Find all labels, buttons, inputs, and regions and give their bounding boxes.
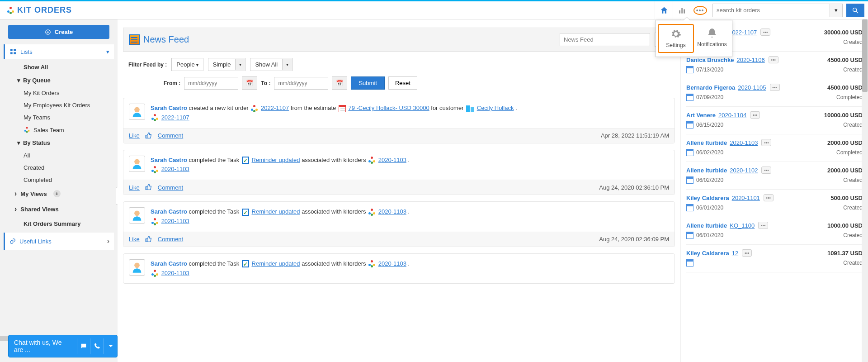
right-panel: Cecily Hollack 2022-1107 ••• 30000.00 US… [680, 19, 868, 362]
order-sub-link[interactable]: 2020-1103 [161, 270, 189, 276]
reset-button[interactable]: Reset [388, 76, 417, 90]
filter-people[interactable]: People [171, 58, 203, 71]
order-link[interactable]: 12 [732, 250, 738, 257]
customer-name[interactable]: Danica Bruschke [686, 57, 734, 63]
date: 06/02/2020 [696, 177, 723, 183]
from-date-input[interactable] [184, 77, 238, 90]
order-sub-link[interactable]: 2020-1103 [161, 166, 189, 172]
nav-sales-team[interactable]: Sales Team [4, 124, 114, 136]
nav-show-all[interactable]: Show All [4, 61, 114, 74]
search-input[interactable] [712, 4, 830, 17]
calendar-icon[interactable]: 📅 [332, 76, 347, 90]
item-menu[interactable]: ••• [761, 167, 771, 174]
like-link[interactable]: Like [129, 132, 140, 139]
nav-my-views[interactable]: My Views + [4, 186, 114, 201]
customer-name[interactable]: Allene Iturbide [686, 167, 727, 174]
order-sub-link[interactable]: 2022-1107 [161, 114, 189, 121]
task-link[interactable]: Reminder updated [252, 157, 300, 163]
customer-name[interactable]: Allene Iturbide [686, 222, 727, 229]
home-icon[interactable] [655, 1, 673, 19]
to-date-input[interactable] [274, 77, 328, 90]
submit-button[interactable]: Submit [351, 76, 384, 90]
order-link[interactable]: 2020-1103 [378, 157, 406, 163]
customer-link[interactable]: Cecily Hollack [477, 105, 514, 111]
user-link[interactable]: Sarah Castro [151, 208, 187, 215]
comment-link[interactable]: Comment [158, 132, 183, 139]
search-dropdown[interactable] [830, 4, 843, 17]
filter-simple[interactable]: Simple▾ [208, 58, 246, 71]
item-menu[interactable]: ••• [758, 222, 768, 229]
nav-all[interactable]: All [4, 149, 114, 162]
nav-by-status[interactable]: By Status [4, 136, 114, 149]
estimate-link[interactable]: 79 -Cecily Hollack- USD 30000 [348, 105, 429, 111]
nav-my-teams[interactable]: My Teams [4, 111, 114, 124]
order-link[interactable]: 2020-1103 [378, 260, 406, 267]
order-link[interactable]: 2022-1107 [729, 29, 757, 36]
order-link[interactable]: 2022-1107 [261, 105, 289, 111]
thumb-icon[interactable] [145, 132, 152, 139]
user-link[interactable]: Sarah Castro [151, 157, 187, 163]
nav-completed[interactable]: Completed [4, 174, 114, 186]
order-link[interactable]: 2020-1104 [718, 112, 746, 119]
item-menu[interactable]: ••• [761, 139, 771, 146]
status: Completed [836, 94, 863, 100]
item-menu[interactable]: ••• [770, 84, 780, 91]
like-link[interactable]: Like [129, 184, 140, 191]
calendar-icon[interactable]: 📅 [242, 76, 257, 90]
user-link[interactable]: Sarah Castro [151, 260, 187, 267]
chat-text[interactable]: Chat with us, We are ... [9, 335, 77, 357]
add-view-icon[interactable]: + [53, 190, 61, 197]
task-icon [242, 260, 249, 267]
order-link[interactable]: 2020-1106 [737, 57, 765, 63]
status: Created [843, 232, 863, 238]
user-link[interactable]: Sarah Castro [151, 105, 187, 111]
chat-phone-icon[interactable] [90, 338, 104, 354]
search-button[interactable] [846, 4, 864, 17]
order-link[interactable]: 2020-1102 [730, 167, 758, 174]
order-link[interactable]: KO_1100 [730, 222, 755, 229]
chat-message-icon[interactable] [77, 338, 90, 354]
item-menu[interactable]: ••• [760, 29, 770, 36]
page-scrollbar[interactable] [862, 19, 868, 362]
thumb-icon[interactable] [145, 236, 152, 243]
svg-rect-15 [146, 135, 147, 138]
order-link[interactable]: 2020-1101 [732, 195, 760, 201]
notifications-menu-item[interactable]: Notifications [694, 24, 730, 53]
task-link[interactable]: Reminder updated [252, 208, 300, 215]
nav-created[interactable]: Created [4, 162, 114, 174]
item-menu[interactable]: ••• [742, 249, 752, 257]
customer-name[interactable]: Art Venere [686, 112, 716, 119]
customer-name[interactable]: Kiley Caldarera [686, 195, 729, 201]
item-menu[interactable]: ••• [750, 111, 760, 119]
order-sub-link[interactable]: 2020-1103 [161, 218, 189, 224]
more-menu-icon[interactable]: ••• [691, 1, 709, 19]
chat-collapse-icon[interactable] [104, 338, 117, 354]
order-link[interactable]: 2020-1105 [738, 84, 766, 91]
nav-my-kit-orders[interactable]: My Kit Orders [4, 87, 114, 99]
estimate-icon [339, 105, 346, 112]
item-menu[interactable]: ••• [769, 56, 778, 63]
nav-summary[interactable]: Kit Orders Summary [4, 217, 114, 231]
svg-rect-0 [679, 10, 680, 14]
customer-name[interactable]: Bernardo Figeroa [686, 84, 735, 91]
nav-lists[interactable]: Lists [4, 44, 114, 59]
comment-link[interactable]: Comment [158, 236, 183, 243]
task-link[interactable]: Reminder updated [252, 260, 300, 267]
feed-search-input[interactable] [560, 33, 650, 46]
order-link[interactable]: 2020-1103 [378, 208, 406, 215]
nav-useful-links[interactable]: Useful Links [4, 233, 114, 250]
customer-name[interactable]: Kiley Caldarera [686, 250, 729, 257]
thumb-icon[interactable] [145, 184, 152, 191]
item-menu[interactable]: ••• [764, 194, 774, 201]
nav-my-emp-kit-orders[interactable]: My Employees Kit Orders [4, 99, 114, 111]
amount: 30000.00 USD [824, 29, 863, 36]
settings-menu-item[interactable]: Settings [658, 24, 694, 53]
nav-shared-views[interactable]: Shared Views [4, 201, 114, 217]
nav-by-queue[interactable]: By Queue [4, 74, 114, 87]
like-link[interactable]: Like [129, 236, 140, 243]
create-button[interactable]: Create [8, 25, 109, 39]
order-link[interactable]: 2020-1103 [730, 139, 758, 146]
comment-link[interactable]: Comment [158, 184, 183, 191]
filter-show-all[interactable]: Show All▾ [250, 58, 292, 71]
customer-name[interactable]: Allene Iturbide [686, 139, 727, 146]
